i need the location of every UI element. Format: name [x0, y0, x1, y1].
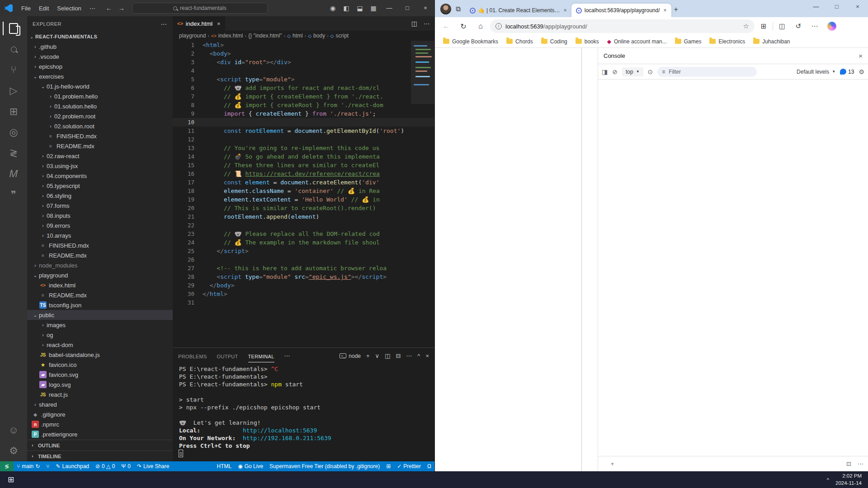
- tree-item-favicon-svg[interactable]: ▰favicon.svg: [27, 370, 173, 380]
- tree-root[interactable]: ⌄REACT-FUNDAMENTALS: [27, 32, 173, 42]
- bookmark-google-bookmarks[interactable]: Google Bookmarks: [439, 38, 502, 45]
- tree-item-readme-mdx[interactable]: ≡README.mdx: [27, 141, 173, 151]
- tree-item-node-modules[interactable]: ›node_modules: [27, 260, 173, 270]
- copilot-icon[interactable]: ◉: [326, 5, 340, 12]
- search-icon[interactable]: [3, 39, 24, 60]
- status-problems[interactable]: ⊘0 △ 0: [92, 461, 118, 471]
- tree-item-logo-svg[interactable]: ▰logo.svg: [27, 380, 173, 389]
- status-remote-indicator[interactable]: ≶: [0, 461, 14, 471]
- panel-tab-terminal[interactable]: TERMINAL: [248, 351, 274, 362]
- new-tab-button[interactable]: +: [674, 5, 678, 14]
- status-go-live[interactable]: ◉Go Live: [235, 461, 266, 471]
- run-debug-icon[interactable]: ▷: [3, 80, 24, 101]
- menu-edit[interactable]: Edit: [35, 5, 53, 12]
- start-button[interactable]: ⊞: [0, 471, 22, 488]
- log-levels-selector[interactable]: Default levels▼: [797, 69, 835, 75]
- minimize-icon[interactable]: —: [806, 0, 826, 14]
- bookmark-electronics[interactable]: Electronics: [706, 38, 749, 45]
- remote-explorer-icon[interactable]: ≷: [3, 143, 24, 164]
- tree-item-01-js-hello-world[interactable]: ⌄01.js-hello-world: [27, 81, 173, 91]
- address-bar[interactable]: i localhost:5639/app/playground/ ☆: [490, 19, 755, 33]
- back-icon[interactable]: ←: [439, 22, 454, 30]
- tree-item-index-html[interactable]: <>index.html: [27, 280, 173, 290]
- terminal-output[interactable]: PS E:\react-fundamentals> ^CPS E:\react-…: [173, 364, 434, 461]
- tree-item--vscode[interactable]: ›.vscode: [27, 52, 173, 61]
- tree-item-images[interactable]: ›images: [27, 320, 173, 330]
- history-forward-icon[interactable]: →: [118, 5, 125, 12]
- tree-item-playground[interactable]: ⌄playground: [27, 270, 173, 280]
- status-live-share[interactable]: ↷Live Share: [134, 461, 172, 471]
- tree-item-epicshop[interactable]: ›epicshop: [27, 61, 173, 71]
- tree-item--npmrc[interactable]: n.npmrc: [27, 419, 173, 429]
- refresh-icon[interactable]: ↻: [456, 22, 471, 31]
- editor-tab-index-html[interactable]: <> index.html ×: [173, 16, 225, 31]
- tree-item-shared[interactable]: ›shared: [27, 399, 173, 409]
- vscode-window-controls[interactable]: —□×: [380, 0, 434, 16]
- toggle-sidebar-icon[interactable]: ◧: [340, 5, 353, 12]
- dock-icon[interactable]: ⊡: [846, 460, 851, 467]
- tree-item-10-arrays[interactable]: ›10.arrays: [27, 230, 173, 240]
- tray-hidden-icons-chevron[interactable]: ^: [827, 477, 829, 483]
- panel-more-icon[interactable]: ⋯: [406, 352, 412, 359]
- bookmark-coding[interactable]: Coding: [538, 38, 571, 45]
- tree-item-01-problem-hello[interactable]: ›01.problem.hello: [27, 91, 173, 101]
- tree-item-finished-mdx[interactable]: ≡FINISHED.mdx: [27, 240, 173, 250]
- status-launchpad[interactable]: ✎Launchpad: [53, 461, 92, 471]
- tree-item-readme-mdx[interactable]: ≡README.mdx: [27, 290, 173, 300]
- source-control-icon[interactable]: ⑂: [3, 60, 24, 80]
- panel-tab-problems[interactable]: PROBLEMS: [178, 351, 207, 362]
- status-language-mode[interactable]: HTML: [214, 461, 235, 471]
- breadcrumb-item[interactable]: ◇html: [287, 33, 302, 39]
- bookmark-online-account-man-[interactable]: ◆Online account man...: [604, 38, 670, 45]
- status-prettier[interactable]: ✓Prettier: [394, 461, 424, 471]
- drawer-more-icon[interactable]: ⋯: [858, 460, 863, 467]
- web-page[interactable]: [435, 48, 581, 471]
- bookmark-books[interactable]: books: [572, 38, 603, 45]
- command-center-search[interactable]: react-fundamentals: [132, 3, 268, 14]
- tree-item-08-inputs[interactable]: ›08.inputs: [27, 211, 173, 221]
- code-editor[interactable]: 1<html>2 <body>3 <div id="root"></div>45…: [173, 41, 434, 347]
- favorite-star-icon[interactable]: ☆: [743, 22, 749, 30]
- taskbar-clock[interactable]: 2:02 PM 2024-11-14: [835, 473, 862, 487]
- close-tab-icon[interactable]: ×: [217, 20, 221, 27]
- tree-item-02-problem-root[interactable]: ›02.problem.root: [27, 111, 173, 121]
- tree-item-02-solution-root[interactable]: ›02.solution.root: [27, 121, 173, 131]
- editor-more-icon[interactable]: ⋯: [424, 20, 430, 27]
- timeline-section[interactable]: ›TIMELINE: [27, 450, 173, 461]
- status-ports[interactable]: Ψ0: [118, 461, 134, 471]
- status-branch-compare[interactable]: ⑂: [43, 461, 52, 471]
- history-icon[interactable]: ↺: [791, 22, 806, 30]
- menu-file[interactable]: File: [17, 5, 35, 12]
- outline-section[interactable]: ›OUTLINE: [27, 440, 173, 450]
- tree-item-babel-standalone-js[interactable]: JSbabel-standalone.js: [27, 350, 173, 360]
- tree-item-favicon-ico[interactable]: ★favicon.ico: [27, 360, 173, 370]
- status-layout-grid[interactable]: ⊞: [383, 461, 394, 471]
- copilot-icon[interactable]: [827, 22, 836, 31]
- close-panel-icon[interactable]: ×: [425, 352, 429, 359]
- split-screen-icon[interactable]: ◫: [775, 22, 789, 30]
- tree-item-public[interactable]: ⌄public: [27, 310, 173, 320]
- console-sidebar-icon[interactable]: ◨: [602, 68, 608, 75]
- close-tab-icon[interactable]: ×: [664, 7, 667, 14]
- bookmark-games[interactable]: Games: [671, 38, 705, 45]
- tree-item-07-forms[interactable]: ›07.forms: [27, 201, 173, 211]
- explorer-icon[interactable]: [3, 18, 24, 39]
- minimize-icon[interactable]: —: [380, 0, 398, 16]
- menu-more-icon[interactable]: ⋯: [85, 5, 99, 12]
- breadcrumb-item[interactable]: ◇script: [330, 33, 349, 39]
- extensions-icon[interactable]: ⊞: [3, 101, 24, 122]
- maximize-icon[interactable]: □: [826, 0, 847, 14]
- context-selector[interactable]: top▼: [622, 67, 643, 76]
- tree-item--github[interactable]: ›.github: [27, 42, 173, 52]
- explorer-more-icon[interactable]: ⋯: [161, 20, 168, 28]
- console-filter-input[interactable]: ≡ Filter: [657, 67, 757, 77]
- tree-item-react-js[interactable]: JSreact.js: [27, 389, 173, 399]
- minimap[interactable]: [411, 41, 434, 131]
- history-back-icon[interactable]: ←: [106, 5, 112, 12]
- panel-tab-output[interactable]: OUTPUT: [217, 351, 238, 362]
- tree-item-readme-mdx[interactable]: ≡README.mdx: [27, 250, 173, 260]
- browser-window-controls[interactable]: —□×: [806, 0, 868, 14]
- live-expression-eye-icon[interactable]: ⊙: [648, 68, 653, 75]
- bookmark-juhachiban[interactable]: Juhachiban: [750, 38, 793, 45]
- tree-item-05-typescript[interactable]: ›05.typescript: [27, 181, 173, 191]
